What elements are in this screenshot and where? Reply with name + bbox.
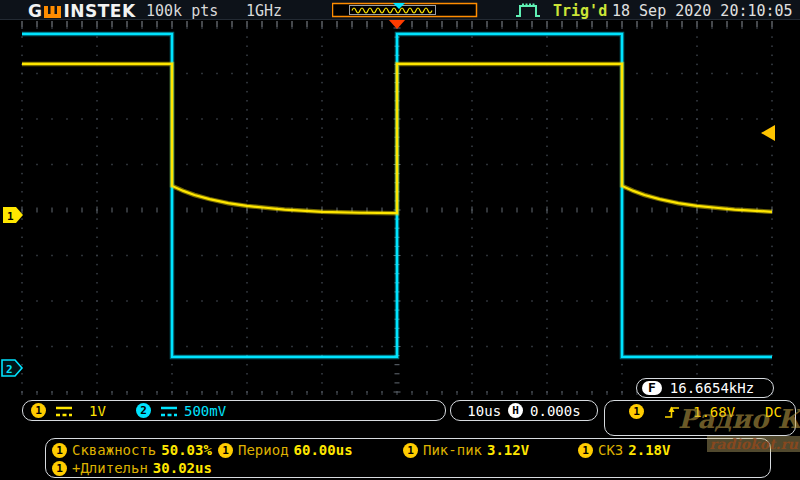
- measurement-value: 60.00us: [294, 442, 353, 458]
- measurement-label: Пик-пик: [423, 442, 482, 458]
- horizontal-scale[interactable]: 10us: [467, 403, 501, 419]
- trigger-position-marker[interactable]: [388, 19, 406, 29]
- trigger-status-box[interactable]: 1 1.68V DC: [604, 400, 796, 436]
- rising-edge-icon: [663, 403, 681, 421]
- channel-2-scale[interactable]: 500mV: [184, 403, 226, 419]
- measurement-positive-width[interactable]: 1 +Длительн 30.02us: [52, 460, 212, 476]
- measurement-value: 30.02us: [153, 460, 212, 476]
- memory-bar[interactable]: [332, 1, 478, 18]
- channel-1-badge[interactable]: 1: [31, 403, 46, 418]
- acquisition-depth: 100k pts: [146, 2, 218, 20]
- sample-rate: 1GHz: [246, 2, 282, 20]
- measurement-label: Скважность: [72, 442, 156, 458]
- logo-instek: INSTEK: [63, 1, 135, 21]
- measurement-value: 50.03%: [161, 442, 212, 458]
- channel-status-bar[interactable]: 1 1V 2 500mV: [22, 400, 446, 421]
- logo-g: G: [28, 1, 42, 21]
- horizontal-icon: H: [508, 403, 523, 418]
- trigger-coupling: DC: [765, 404, 782, 420]
- logo-w-icon: [43, 6, 62, 19]
- channel-2-dc-coupling-icon: [159, 405, 179, 418]
- measurement-value: 3.12V: [487, 442, 529, 458]
- frequency-icon: F: [642, 381, 662, 395]
- measurement-value: 2.18V: [628, 442, 670, 458]
- measurement-label: +Длительн: [72, 460, 148, 476]
- trigger-source-badge: 1: [629, 404, 644, 419]
- channel-2-badge[interactable]: 2: [136, 403, 151, 418]
- run-pulse-icon: [514, 1, 542, 19]
- channel-1-position-marker[interactable]: 1: [3, 207, 24, 223]
- channel-1-scale[interactable]: 1V: [89, 403, 106, 419]
- measurement-rms[interactable]: 1 СКЗ 2.18V: [578, 442, 670, 458]
- svg-text:1: 1: [7, 210, 14, 223]
- measurement-peak-to-peak[interactable]: 1 Пик-пик 3.12V: [403, 442, 529, 458]
- top-status-bar: GINSTEK 100k pts 1GHz Trig'd 18 Sep 2020…: [0, 0, 800, 20]
- svg-text:2: 2: [6, 362, 13, 375]
- measurement-label: Период: [238, 442, 289, 458]
- oscilloscope-screen: GINSTEK 100k pts 1GHz Trig'd 18 Sep 2020…: [0, 0, 800, 480]
- channel-1-badge: 1: [218, 443, 233, 458]
- measurement-period[interactable]: 1 Период 60.00us: [218, 442, 353, 458]
- measurement-duty-cycle[interactable]: 1 Скважность 50.03%: [52, 442, 212, 458]
- trigger-level-marker[interactable]: [761, 125, 775, 141]
- channel-2-position-marker[interactable]: 2: [1, 359, 24, 377]
- frequency-counter: F 16.6654kHz: [636, 378, 774, 398]
- datetime: 18 Sep 2020 20:10:05: [612, 2, 793, 20]
- brand-logo: GINSTEK: [28, 1, 136, 21]
- trigger-status: Trig'd: [553, 2, 607, 20]
- horizontal-status[interactable]: 10us H 0.000s: [450, 400, 598, 421]
- horizontal-position[interactable]: 0.000s: [530, 403, 581, 419]
- measurements-panel: 1 Скважность 50.03% 1 Период 60.00us 1 П…: [45, 438, 771, 478]
- channel-1-badge: 1: [52, 461, 67, 476]
- trigger-level[interactable]: 1.68V: [693, 404, 735, 420]
- channel-1-badge: 1: [403, 443, 418, 458]
- channel-1-badge: 1: [52, 443, 67, 458]
- measurement-label: СКЗ: [598, 442, 623, 458]
- channel-1-dc-coupling-icon: [54, 405, 74, 418]
- channel-1-badge: 1: [578, 443, 593, 458]
- frequency-value: 16.6654kHz: [670, 380, 754, 396]
